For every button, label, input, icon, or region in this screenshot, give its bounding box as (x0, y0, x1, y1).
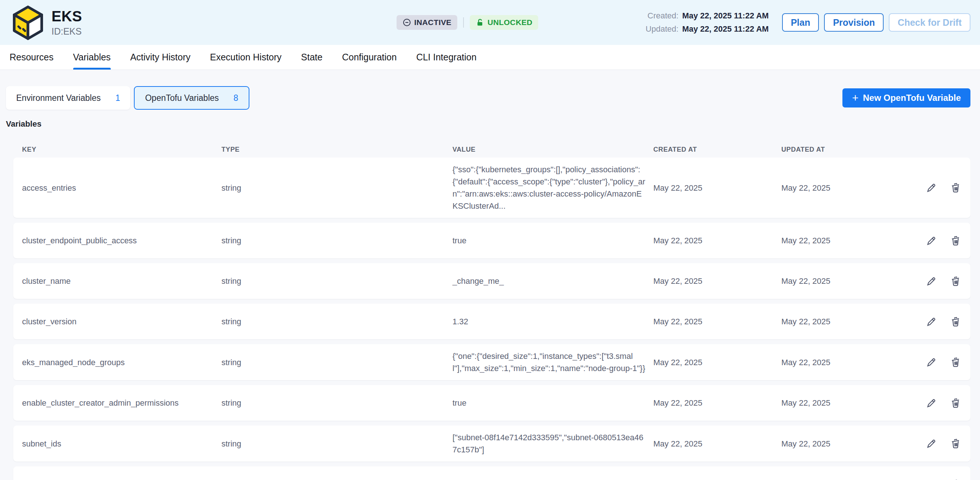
opentofu-variables-filter[interactable]: OpenTofu Variables 8 (134, 86, 249, 110)
tab-execution-history[interactable]: Execution History (210, 45, 282, 70)
variable-value: true (452, 397, 653, 409)
variable-created-at: May 22, 2025 (653, 234, 781, 247)
variable-type: string (221, 356, 452, 368)
variable-value: {"one":{"desired_size":1,"instance_types… (452, 350, 653, 374)
variable-type: string (221, 316, 452, 328)
variable-type: string (221, 182, 452, 194)
delete-variable-icon[interactable] (950, 316, 962, 328)
variable-key: access_entries (22, 182, 221, 194)
variable-key: cluster_endpoint_public_access (22, 234, 221, 247)
minus-circle-icon (402, 18, 411, 27)
updated-label: Updated: (646, 24, 678, 34)
workspace-id: ID:EKS (51, 26, 82, 37)
variable-value: vpc-078b51c6cbc5581f1 (452, 478, 653, 480)
column-header-type: TYPE (221, 146, 452, 153)
edit-variable-icon[interactable] (926, 397, 937, 409)
table-row: subnet_ids string ["subnet-08f14e7142d33… (13, 426, 970, 462)
delete-variable-icon[interactable] (950, 438, 962, 450)
variable-created-at: May 22, 2025 (653, 356, 781, 368)
variable-type: string (221, 234, 452, 247)
variable-updated-at: May 22, 2025 (781, 182, 904, 194)
opentofu-variables-count: 8 (234, 93, 239, 103)
workspace-tabs: Resources Variables Activity History Exe… (0, 45, 980, 70)
edit-variable-icon[interactable] (926, 182, 937, 194)
column-header-value: VALUE (452, 146, 653, 153)
provision-button[interactable]: Provision (824, 13, 884, 32)
environment-variables-count: 1 (116, 93, 120, 103)
variable-key: eks_managed_node_groups (22, 356, 221, 368)
workspace-header: EKS ID:EKS INACTIVE UNLOCKED (0, 0, 980, 45)
variable-type: string (221, 397, 452, 409)
variable-updated-at: May 22, 2025 (781, 316, 904, 328)
variable-key: enable_cluster_creator_admin_permissions (22, 397, 221, 409)
table-row: access_entries string {"sso":{"kubernete… (13, 158, 970, 218)
delete-variable-icon[interactable] (950, 478, 962, 480)
variable-type: string (221, 478, 452, 480)
table-header-row: KEY TYPE VALUE CREATED AT UPDATED AT (13, 141, 970, 158)
variable-type: string (221, 438, 452, 450)
variable-key: vpc_id (22, 478, 221, 480)
variable-updated-at: May 22, 2025 (781, 275, 904, 287)
created-value: May 22, 2025 11:22 AM (682, 11, 768, 21)
variables-section-title: Variables (6, 119, 970, 129)
updated-value: May 22, 2025 11:22 AM (682, 24, 768, 34)
badge-divider (463, 17, 464, 28)
variable-created-at: May 22, 2025 (653, 182, 781, 194)
table-row: enable_cluster_creator_admin_permissions… (13, 385, 970, 421)
variable-created-at: May 22, 2025 (653, 397, 781, 409)
variable-created-at: May 22, 2025 (653, 478, 781, 480)
lock-status-badge: UNLOCKED (470, 15, 538, 30)
opentofu-logo-icon (11, 5, 45, 40)
variable-updated-at: May 22, 2025 (781, 234, 904, 247)
column-header-key: KEY (22, 146, 221, 153)
page-title: EKS (51, 8, 82, 25)
check-for-drift-button[interactable]: Check for Drift (889, 13, 970, 32)
delete-variable-icon[interactable] (950, 235, 962, 247)
variable-value: _change_me_ (452, 275, 653, 287)
variable-created-at: May 22, 2025 (653, 275, 781, 287)
variable-type: string (221, 275, 452, 287)
table-row: cluster_name string _change_me_ May 22, … (13, 263, 970, 299)
variable-value: true (452, 234, 653, 247)
edit-variable-icon[interactable] (926, 235, 937, 247)
column-header-created: CREATED AT (653, 146, 781, 153)
status-badge: INACTIVE (396, 15, 457, 30)
tab-state[interactable]: State (301, 45, 322, 70)
table-row: eks_managed_node_groups string {"one":{"… (13, 344, 970, 380)
variable-value: ["subnet-08f14e7142d333595","subnet-0680… (452, 431, 653, 456)
table-row: cluster_version string 1.32 May 22, 2025… (13, 304, 970, 340)
variable-created-at: May 22, 2025 (653, 438, 781, 450)
variable-key: cluster_name (22, 275, 221, 287)
delete-variable-icon[interactable] (950, 397, 962, 409)
new-opentofu-variable-button[interactable]: + New OpenTofu Variable (842, 88, 970, 107)
delete-variable-icon[interactable] (950, 275, 962, 287)
tab-configuration[interactable]: Configuration (342, 45, 397, 70)
variable-updated-at: May 22, 2025 (781, 478, 904, 480)
edit-variable-icon[interactable] (926, 438, 937, 450)
variable-updated-at: May 22, 2025 (781, 438, 904, 450)
delete-variable-icon[interactable] (950, 356, 962, 368)
created-label: Created: (648, 11, 678, 21)
variable-updated-at: May 22, 2025 (781, 397, 904, 409)
unlock-icon (476, 18, 484, 27)
plus-icon: + (852, 92, 859, 104)
variable-value: {"sso":{"kubernetes_groups":[],"policy_a… (452, 163, 653, 212)
tab-activity-history[interactable]: Activity History (130, 45, 191, 70)
edit-variable-icon[interactable] (926, 316, 937, 328)
variable-updated-at: May 22, 2025 (781, 356, 904, 368)
variable-created-at: May 22, 2025 (653, 316, 781, 328)
timestamps: Created: May 22, 2025 11:22 AM Updated: … (646, 11, 769, 34)
tab-cli-integration[interactable]: CLI Integration (416, 45, 476, 70)
plan-button[interactable]: Plan (782, 13, 819, 32)
tab-variables[interactable]: Variables (73, 45, 111, 70)
edit-variable-icon[interactable] (926, 275, 937, 287)
edit-variable-icon[interactable] (926, 478, 937, 480)
variables-table: KEY TYPE VALUE CREATED AT UPDATED AT acc… (13, 141, 970, 480)
environment-variables-filter[interactable]: Environment Variables 1 (6, 86, 130, 110)
table-row: cluster_endpoint_public_access string tr… (13, 223, 970, 258)
tab-resources[interactable]: Resources (10, 45, 54, 70)
delete-variable-icon[interactable] (950, 182, 962, 194)
column-header-updated: UPDATED AT (781, 146, 904, 153)
variable-key: subnet_ids (22, 438, 221, 450)
edit-variable-icon[interactable] (926, 356, 937, 368)
